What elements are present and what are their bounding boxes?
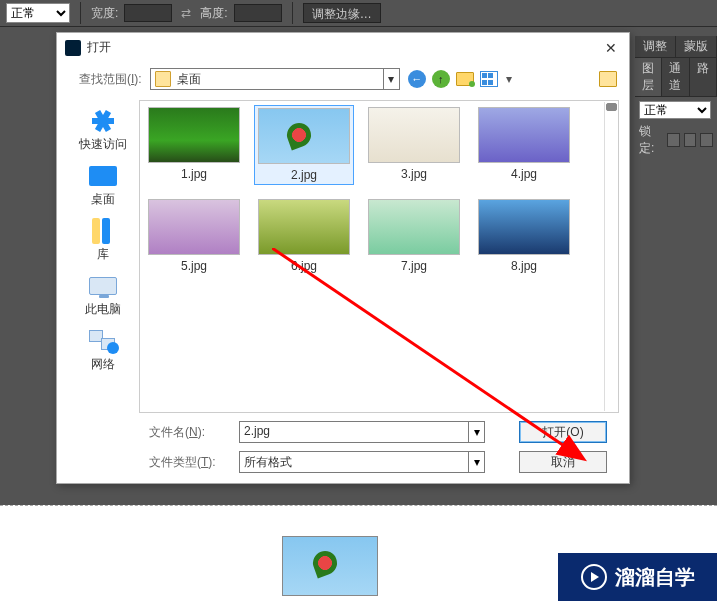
layers-panel-body: 正常 锁定: <box>635 97 717 161</box>
nav-icons: ← ↑ ▾ <box>408 70 514 88</box>
file-item[interactable]: 2.jpg <box>254 105 354 185</box>
blend-mode-select[interactable]: 正常 <box>6 3 70 23</box>
tab-adjust[interactable]: 调整 <box>635 36 676 57</box>
file-scrollbar[interactable] <box>604 102 617 411</box>
file-name: 8.jpg <box>511 259 537 273</box>
back-icon[interactable]: ← <box>408 70 426 88</box>
up-icon[interactable]: ↑ <box>432 70 450 88</box>
lock-paint-icon[interactable] <box>684 133 697 147</box>
view-icon[interactable] <box>480 71 498 87</box>
lookup-label: 查找范围(I): <box>79 71 142 88</box>
panel-tabs-layers: 图层 通道 路 <box>635 58 717 97</box>
file-thumbnail <box>148 107 240 163</box>
options-bar: 正常 宽度: ⇄ 高度: 调整边缘… <box>0 0 717 27</box>
file-item[interactable]: 7.jpg <box>364 197 464 275</box>
preview-toggle-icon[interactable] <box>599 71 617 87</box>
lookup-row: 查找范围(I): 桌面 ▾ ← ↑ ▾ <box>57 62 629 96</box>
folder-icon <box>155 71 171 87</box>
place-desktop[interactable]: 桌面 <box>88 163 118 208</box>
lock-label: 锁定: <box>639 123 663 157</box>
dialog-bottom: 文件名(N): 2.jpg ▾ 打开(O) 文件类型(T): 所有格式 ▾ 取消 <box>57 417 629 483</box>
filetype-value: 所有格式 <box>240 452 468 472</box>
close-button[interactable]: ✕ <box>601 40 621 56</box>
place-label: 桌面 <box>91 191 115 208</box>
tab-paths[interactable]: 路 <box>690 58 717 96</box>
file-item[interactable]: 6.jpg <box>254 197 354 275</box>
lookup-combo[interactable]: 桌面 ▾ <box>150 68 400 90</box>
file-grid: 1.jpg 2.jpg 3.jpg 4.jpg 5.jpg <box>144 105 614 408</box>
file-item[interactable]: 4.jpg <box>474 105 574 185</box>
height-field[interactable] <box>234 4 282 22</box>
file-item[interactable]: 8.jpg <box>474 197 574 275</box>
filename-label: 文件名(N): <box>149 424 229 441</box>
place-label: 快速访问 <box>79 136 127 153</box>
panel-tabs-top: 调整 蒙版 <box>635 36 717 58</box>
swap-icon[interactable]: ⇄ <box>178 5 194 21</box>
file-name: 3.jpg <box>401 167 427 181</box>
file-thumbnail <box>258 199 350 255</box>
tab-channels[interactable]: 通道 <box>662 58 689 96</box>
libraries-icon <box>90 218 116 244</box>
tab-layers[interactable]: 图层 <box>635 58 662 96</box>
file-thumbnail <box>258 108 350 164</box>
filename-value: 2.jpg <box>240 422 468 442</box>
file-list-area: 1.jpg 2.jpg 3.jpg 4.jpg 5.jpg <box>139 100 619 413</box>
view-dropdown-icon[interactable]: ▾ <box>504 72 514 86</box>
file-name: 1.jpg <box>181 167 207 181</box>
filename-row: 文件名(N): 2.jpg ▾ 打开(O) <box>149 421 611 443</box>
place-libraries[interactable]: 库 <box>88 218 118 263</box>
lock-position-icon[interactable] <box>700 133 713 147</box>
play-icon <box>581 564 607 590</box>
dialog-title-bar: 打开 ✕ <box>57 33 629 62</box>
app-icon <box>65 40 81 56</box>
network-icon <box>89 330 117 352</box>
open-dialog: 打开 ✕ 查找范围(I): 桌面 ▾ ← ↑ ▾ 快速访问 <box>56 32 630 484</box>
file-name: 5.jpg <box>181 259 207 273</box>
cancel-button[interactable]: 取消 <box>519 451 607 473</box>
brand-badge: 溜溜自学 <box>558 553 717 601</box>
dialog-title: 打开 <box>87 39 595 56</box>
open-button[interactable]: 打开(O) <box>519 421 607 443</box>
width-label: 宽度: <box>91 5 118 22</box>
dialog-body: 快速访问 桌面 库 此电脑 网络 1.jp <box>57 96 629 417</box>
chevron-down-icon[interactable]: ▾ <box>383 69 399 89</box>
desktop-icon <box>89 166 117 186</box>
height-label: 高度: <box>200 5 227 22</box>
filetype-row: 文件类型(T): 所有格式 ▾ 取消 <box>149 451 611 473</box>
file-name: 6.jpg <box>291 259 317 273</box>
brand-text: 溜溜自学 <box>615 564 695 591</box>
file-name: 4.jpg <box>511 167 537 181</box>
lock-transparent-icon[interactable] <box>667 133 680 147</box>
chevron-down-icon[interactable]: ▾ <box>468 452 484 472</box>
layer-blend-mode[interactable]: 正常 <box>639 101 711 119</box>
file-name: 2.jpg <box>291 168 317 182</box>
places-bar: 快速访问 桌面 库 此电脑 网络 <box>67 100 139 413</box>
place-thispc[interactable]: 此电脑 <box>85 273 121 318</box>
chevron-down-icon[interactable]: ▾ <box>468 422 484 442</box>
file-item[interactable]: 5.jpg <box>144 197 244 275</box>
place-label: 网络 <box>91 356 115 373</box>
new-folder-icon[interactable] <box>456 72 474 86</box>
thispc-icon <box>89 277 117 295</box>
right-panels: 调整 蒙版 图层 通道 路 正常 锁定: <box>635 36 717 161</box>
quick-access-icon <box>92 110 114 132</box>
filetype-label: 文件类型(T): <box>149 454 229 471</box>
place-network[interactable]: 网络 <box>88 328 118 373</box>
file-name: 7.jpg <box>401 259 427 273</box>
lookup-value: 桌面 <box>175 71 383 88</box>
file-thumbnail <box>148 199 240 255</box>
filename-combo[interactable]: 2.jpg ▾ <box>239 421 485 443</box>
tab-mask[interactable]: 蒙版 <box>676 36 717 57</box>
file-item[interactable]: 1.jpg <box>144 105 244 185</box>
file-thumbnail <box>478 199 570 255</box>
place-quick-access[interactable]: 快速访问 <box>79 108 127 153</box>
scroll-up-icon[interactable] <box>606 103 617 111</box>
refine-edge-button[interactable]: 调整边缘… <box>303 3 381 23</box>
width-field[interactable] <box>124 4 172 22</box>
footer-preview-image <box>282 536 378 596</box>
file-item[interactable]: 3.jpg <box>364 105 464 185</box>
file-thumbnail <box>368 107 460 163</box>
filetype-combo[interactable]: 所有格式 ▾ <box>239 451 485 473</box>
file-thumbnail <box>478 107 570 163</box>
file-thumbnail <box>368 199 460 255</box>
